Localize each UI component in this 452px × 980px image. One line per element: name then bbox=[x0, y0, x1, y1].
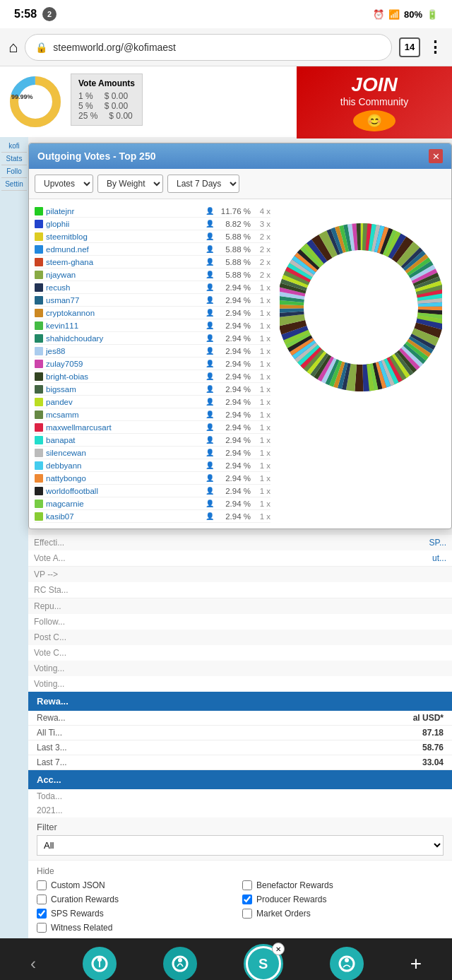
sidebar-item-kof[interactable]: kofi bbox=[1, 140, 27, 153]
vote-name[interactable]: bigssam bbox=[46, 385, 203, 394]
list-item[interactable]: banapat 👤 2.94 % 1 x bbox=[35, 434, 270, 447]
list-item[interactable]: steemitblog 👤 5.88 % 2 x bbox=[35, 230, 270, 243]
filter-days-select[interactable]: Last 7 Days bbox=[167, 175, 239, 193]
modal-body: pilatejnr 👤 11.76 % 4 x glophii 👤 8.82 %… bbox=[29, 199, 451, 529]
vote-count: 1 x bbox=[254, 372, 270, 381]
vote-name[interactable]: kasib07 bbox=[46, 512, 203, 521]
checkbox-benefactor-rewards[interactable]: Benefactor Rewards bbox=[242, 880, 444, 890]
list-item[interactable]: zulay7059 👤 2.94 % 1 x bbox=[35, 358, 270, 370]
bottom-nav: ‹ S ✕ + bbox=[0, 938, 452, 980]
vote-name[interactable]: shahidchoudary bbox=[46, 334, 203, 343]
more-menu-icon[interactable]: ⋮ bbox=[427, 38, 444, 57]
svg-point-31 bbox=[97, 957, 102, 962]
vote-name[interactable]: bright-obias bbox=[46, 372, 203, 381]
person-icon: 👤 bbox=[206, 385, 214, 393]
checkbox-witness-related[interactable]: Witness Related bbox=[37, 923, 238, 933]
left-sidebar: kofi Stats Follo Settin bbox=[0, 137, 28, 938]
checkbox-producer-rewards[interactable]: Producer Rewards bbox=[242, 895, 444, 904]
vote-name[interactable]: banapat bbox=[46, 436, 203, 444]
vote-name[interactable]: steemitblog bbox=[46, 232, 203, 241]
filter-weight-select[interactable]: By Weight bbox=[97, 175, 163, 193]
vote-pct: 2.94 % bbox=[217, 372, 251, 381]
join-banner[interactable]: JOIN this Community 😊 bbox=[297, 66, 452, 138]
vote-name[interactable]: kevin111 bbox=[46, 321, 203, 330]
home-icon[interactable]: ⌂ bbox=[8, 38, 18, 57]
list-item[interactable]: mcsamm 👤 2.94 % 1 x bbox=[35, 408, 270, 421]
list-item[interactable]: recush 👤 2.94 % 1 x bbox=[35, 281, 270, 294]
vote-name[interactable]: pilatejnr bbox=[46, 207, 203, 216]
vote-name[interactable]: usman77 bbox=[46, 296, 203, 305]
vote-name[interactable]: maxwellmarcusart bbox=[46, 423, 203, 432]
nav-icon-active-container[interactable]: S ✕ bbox=[244, 944, 283, 980]
vote-name[interactable]: glophii bbox=[46, 220, 203, 228]
list-item[interactable]: bigssam 👤 2.94 % 1 x bbox=[35, 383, 270, 396]
nav-icon-2[interactable] bbox=[163, 947, 197, 980]
list-item[interactable]: cryptokannon 👤 2.94 % 1 x bbox=[35, 307, 270, 319]
vote-name[interactable]: debbyann bbox=[46, 461, 203, 470]
witness-related-checkbox[interactable] bbox=[37, 923, 47, 933]
nav-icon-1[interactable] bbox=[83, 947, 117, 980]
list-item[interactable]: silencewan 👤 2.94 % 1 x bbox=[35, 447, 270, 459]
checkbox-custom-json[interactable]: Custom JSON bbox=[37, 880, 238, 890]
list-item[interactable]: kasib07 👤 2.94 % 1 x bbox=[35, 510, 270, 523]
checkbox-curation-rewards[interactable]: Curation Rewards bbox=[37, 895, 238, 904]
vote-name[interactable]: silencewan bbox=[46, 449, 203, 457]
list-item[interactable]: kevin111 👤 2.94 % 1 x bbox=[35, 319, 270, 332]
producer-rewards-checkbox[interactable] bbox=[242, 895, 252, 904]
vote-name[interactable]: edmund.nef bbox=[46, 245, 203, 254]
checkbox-sps-rewards[interactable]: SPS Rewards bbox=[37, 909, 238, 919]
list-item[interactable]: steem-ghana 👤 5.88 % 2 x bbox=[35, 256, 270, 268]
vote-name[interactable]: worldoffootball bbox=[46, 487, 203, 495]
url-bar[interactable]: 🔒 steemworld.org/@kofimaest bbox=[25, 34, 392, 61]
list-item[interactable]: njaywan 👤 5.88 % 2 x bbox=[35, 268, 270, 281]
vote-name[interactable]: njaywan bbox=[46, 271, 203, 279]
vote-name[interactable]: cryptokannon bbox=[46, 309, 203, 317]
vote-name[interactable]: magcarnie bbox=[46, 500, 203, 508]
benefactor-rewards-checkbox[interactable] bbox=[242, 880, 252, 890]
tab-count[interactable]: 14 bbox=[399, 37, 420, 57]
list-item[interactable]: glophii 👤 8.82 % 3 x bbox=[35, 218, 270, 230]
modal-close-button[interactable]: ✕ bbox=[429, 149, 443, 163]
list-item[interactable]: worldoffootball 👤 2.94 % 1 x bbox=[35, 485, 270, 497]
list-item[interactable]: nattybongo 👤 2.94 % 1 x bbox=[35, 472, 270, 485]
vote-name[interactable]: zulay7059 bbox=[46, 360, 203, 368]
nav-icon-3[interactable] bbox=[330, 947, 364, 980]
battery-icon: 🔋 bbox=[427, 9, 438, 20]
list-item[interactable]: pilatejnr 👤 11.76 % 4 x bbox=[35, 205, 270, 218]
nav-plus-button[interactable]: + bbox=[410, 952, 422, 975]
list-item[interactable]: pandev 👤 2.94 % 1 x bbox=[35, 396, 270, 408]
custom-json-checkbox[interactable] bbox=[37, 880, 47, 890]
vote-color-swatch bbox=[35, 296, 43, 305]
curation-rewards-checkbox[interactable] bbox=[37, 895, 47, 904]
sps-rewards-checkbox[interactable] bbox=[37, 909, 47, 919]
close-badge[interactable]: ✕ bbox=[272, 943, 285, 955]
vote-name[interactable]: steem-ghana bbox=[46, 258, 203, 266]
list-item[interactable]: jes88 👤 2.94 % 1 x bbox=[35, 345, 270, 358]
list-item[interactable]: debbyann 👤 2.94 % 1 x bbox=[35, 459, 270, 472]
sidebar-item-follow[interactable]: Follo bbox=[1, 165, 27, 178]
list-item[interactable]: edmund.nef 👤 5.88 % 2 x bbox=[35, 243, 270, 256]
vote-count: 2 x bbox=[254, 245, 270, 254]
list-item[interactable]: shahidchoudary 👤 2.94 % 1 x bbox=[35, 332, 270, 345]
bg-vote-a: Vote A... ut... bbox=[28, 550, 452, 567]
filter-upvotes-select[interactable]: Upvotes bbox=[35, 175, 93, 193]
filter-dropdown[interactable]: All bbox=[37, 835, 444, 856]
vote-name[interactable]: pandev bbox=[46, 398, 203, 406]
list-item[interactable]: magcarnie 👤 2.94 % 1 x bbox=[35, 497, 270, 510]
checkbox-market-orders[interactable]: Market Orders bbox=[242, 909, 444, 919]
rewards-section-header: Rewa... bbox=[28, 692, 452, 711]
nav-back-arrow[interactable]: ‹ bbox=[30, 954, 36, 974]
market-orders-checkbox[interactable] bbox=[242, 909, 252, 919]
vote-name[interactable]: mcsamm bbox=[46, 411, 203, 419]
list-item[interactable]: usman77 👤 2.94 % 1 x bbox=[35, 294, 270, 307]
vote-name[interactable]: nattybongo bbox=[46, 474, 203, 483]
sidebar-item-stats[interactable]: Stats bbox=[1, 153, 27, 165]
list-item[interactable]: bright-obias 👤 2.94 % 1 x bbox=[35, 370, 270, 383]
list-item[interactable]: maxwellmarcusart 👤 2.94 % 1 x bbox=[35, 421, 270, 434]
vote-name[interactable]: jes88 bbox=[46, 347, 203, 355]
bg-voting2: Voting... bbox=[28, 676, 452, 692]
vote-name[interactable]: recush bbox=[46, 283, 203, 292]
sidebar-item-settings[interactable]: Settin bbox=[1, 178, 27, 191]
rewards-row-label: Rewa... al USD* bbox=[28, 711, 452, 726]
pct-label: 99.99% bbox=[11, 93, 33, 100]
